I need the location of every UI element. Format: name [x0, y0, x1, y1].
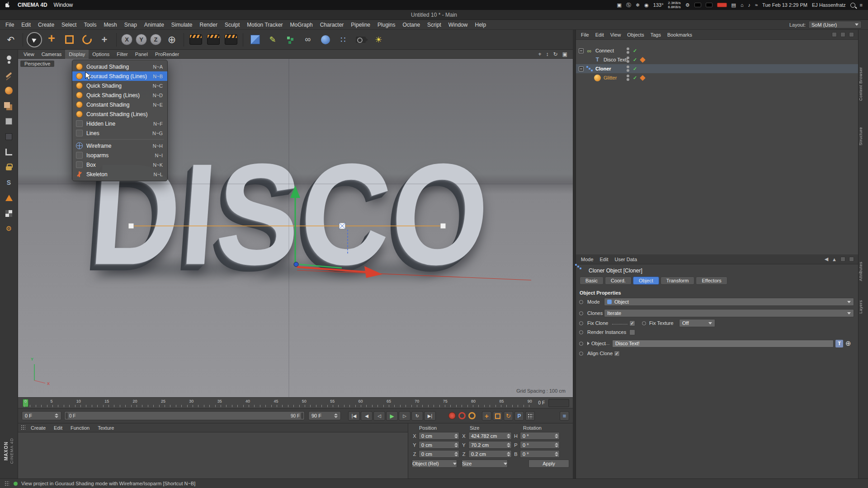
figure-icon[interactable]: [2, 53, 16, 66]
am-menu-edit[interactable]: Edit: [597, 257, 612, 262]
menu-select[interactable]: Select: [58, 20, 80, 30]
pos-x-field[interactable]: 0 cm: [419, 432, 459, 440]
menu-script[interactable]: Script: [424, 20, 445, 30]
menu-character[interactable]: Character: [316, 20, 348, 30]
notification-center-icon[interactable]: ≡: [860, 3, 863, 8]
om-menu-view[interactable]: View: [607, 32, 624, 38]
tab-transform[interactable]: Transform: [660, 277, 695, 285]
next-frame-button[interactable]: ▷: [399, 411, 410, 421]
object-link-field[interactable]: Disco Text!: [612, 340, 834, 347]
screen-chip-icon-2[interactable]: [706, 3, 712, 7]
visibility-dots-icon[interactable]: [627, 56, 629, 63]
menu-plugins[interactable]: Plugins: [374, 20, 399, 30]
volume-button[interactable]: [321, 35, 330, 44]
tab-coord[interactable]: Coord.: [605, 277, 632, 285]
stepper-icon[interactable]: [55, 413, 58, 418]
scale-tool[interactable]: [61, 32, 77, 48]
object-row-connect[interactable]: Connect: [576, 46, 859, 55]
enable-check-icon[interactable]: [633, 48, 637, 54]
menu-item-quick-shading-lines[interactable]: Quick Shading (Lines) N~D: [72, 90, 167, 100]
am-lock-icon[interactable]: [849, 257, 854, 262]
record-parameter-toggle[interactable]: [514, 411, 524, 421]
stepper-icon[interactable]: [454, 452, 458, 456]
menu-item-constant-shading-lines[interactable]: Constant Shading (Lines): [72, 109, 167, 119]
menu-item-wireframe[interactable]: Wireframe N~H: [72, 141, 167, 150]
tab-content-browser[interactable]: Content Browser: [859, 57, 868, 111]
om-search-icon[interactable]: [832, 32, 837, 37]
apply-button[interactable]: Apply: [528, 460, 569, 468]
stepper-icon[interactable]: [507, 434, 510, 438]
grid-badge-icon[interactable]: ▤: [731, 3, 736, 8]
bottom-menu-function[interactable]: Function: [67, 425, 93, 431]
menu-item-quick-shading[interactable]: Quick Shading N~C: [72, 81, 167, 90]
ruler-icon[interactable]: [2, 145, 16, 158]
vp-menu-options[interactable]: Options: [89, 50, 113, 59]
am-menu-user-data[interactable]: User Data: [612, 257, 641, 262]
macos-app-name[interactable]: CINEMA 4D: [18, 2, 47, 8]
user-menu[interactable]: EJ Hassenfratz: [812, 3, 846, 8]
cloud-icon[interactable]: ⌂: [741, 3, 744, 8]
cube-icon[interactable]: [2, 115, 16, 127]
am-up-icon[interactable]: ▲: [832, 257, 837, 262]
preview-range-slider[interactable]: 0 F 90 F: [64, 411, 305, 420]
vp-menu-panel[interactable]: Panel: [132, 50, 151, 59]
om-filter-icon[interactable]: [840, 32, 845, 37]
network-speed-widget[interactable]: 2.3KB/s 6.8KB/s: [668, 1, 681, 9]
size-mode-dropdown[interactable]: Size: [462, 460, 508, 468]
clock-widget[interactable]: Tue Feb 13 2:29 PM: [762, 3, 807, 8]
stepper-icon[interactable]: [507, 443, 510, 447]
cube-pair-icon[interactable]: [2, 99, 16, 112]
coord-system-toggle[interactable]: [164, 32, 180, 48]
object-name[interactable]: Connect: [595, 48, 614, 53]
menu-item-lines[interactable]: Lines N~G: [72, 128, 167, 138]
bottom-menu-create[interactable]: Create: [27, 425, 49, 431]
light-button[interactable]: [370, 32, 387, 48]
stepper-icon[interactable]: [555, 452, 558, 456]
menu-item-hidden-line[interactable]: Hidden Line N~F: [72, 119, 167, 128]
om-lock-icon[interactable]: [849, 32, 854, 37]
viewport-view-label[interactable]: Perspective: [20, 61, 54, 67]
menu-file[interactable]: File: [2, 20, 18, 30]
goto-start-button[interactable]: |◀: [348, 411, 360, 421]
viewport-pan-icon[interactable]: +: [538, 51, 542, 57]
align-clone-checkbox[interactable]: [614, 351, 620, 357]
animation-dot-icon[interactable]: [579, 330, 583, 334]
collapse-icon[interactable]: [579, 48, 584, 53]
display-icon[interactable]: ▣: [617, 3, 622, 8]
enable-check-icon[interactable]: [633, 75, 637, 81]
keyframe-settings-button[interactable]: [560, 411, 569, 421]
simulate-button[interactable]: [300, 32, 316, 48]
record-scale-toggle[interactable]: [493, 411, 502, 421]
vp-menu-display[interactable]: Display: [65, 50, 89, 59]
wifi-icon[interactable]: ≈: [755, 3, 758, 8]
am-menu-mode[interactable]: Mode: [578, 257, 597, 262]
render-settings-button[interactable]: [225, 34, 237, 45]
size-x-field[interactable]: 424.782 cm: [468, 432, 512, 440]
pen-spline-button[interactable]: [264, 32, 281, 48]
tab-attributes[interactable]: Attributes: [859, 254, 868, 288]
axis-y-toggle[interactable]: Y: [136, 34, 147, 45]
rot-p-field[interactable]: 0 °: [520, 441, 560, 449]
tab-structure[interactable]: Structure: [859, 118, 868, 154]
flame-icon[interactable]: [2, 192, 16, 204]
coord-mode-dropdown[interactable]: Object (Rel): [412, 460, 457, 468]
menu-motion-tracker[interactable]: Motion Tracker: [243, 20, 286, 30]
menu-pipeline[interactable]: Pipeline: [347, 20, 374, 30]
macos-menu-window[interactable]: Window: [54, 2, 73, 8]
gear-icon[interactable]: ⚙: [685, 3, 690, 8]
prev-frame-button[interactable]: ◁: [373, 411, 385, 421]
menu-render[interactable]: Render: [196, 20, 221, 30]
stepper-icon[interactable]: [555, 434, 558, 438]
animation-dot-icon[interactable]: [642, 321, 646, 325]
bottom-menu-texture[interactable]: Texture: [94, 425, 118, 431]
pos-y-field[interactable]: 0 cm: [419, 441, 459, 449]
animation-dot-icon[interactable]: [579, 342, 583, 346]
menu-simulate[interactable]: Simulate: [168, 20, 196, 30]
collapse-icon[interactable]: [579, 66, 584, 71]
vp-menu-view[interactable]: View: [20, 50, 38, 59]
animation-dot-icon[interactable]: [579, 300, 583, 304]
vp-menu-prorender[interactable]: ProRender: [151, 50, 183, 59]
object-row-cloner[interactable]: Cloner: [576, 64, 859, 73]
move-tool[interactable]: [43, 32, 60, 48]
camera-button[interactable]: [356, 37, 366, 43]
